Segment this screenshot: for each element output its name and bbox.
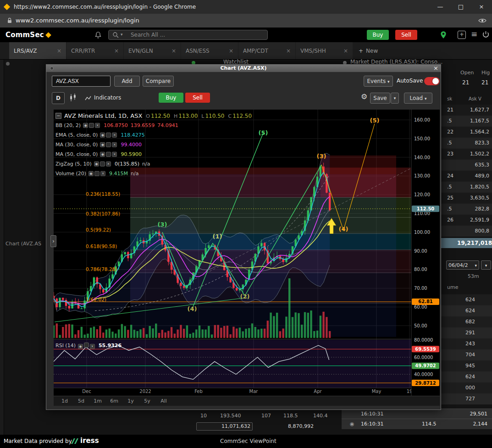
save-caret-button[interactable]: ▾ [391, 93, 399, 104]
visibility-icon[interactable] [106, 152, 111, 157]
depth-row[interactable]: 253,630,5 [441, 193, 492, 204]
add-widget-button[interactable]: + [458, 31, 466, 39]
close-icon[interactable]: × [106, 161, 111, 166]
rsi-legend-icons[interactable]: ◉× [78, 343, 96, 349]
quantity-row[interactable]: 682 [441, 316, 492, 327]
trade-row[interactable]: ◉ 16:10:31 114.5 2,144 [342, 419, 492, 429]
close-icon[interactable]: × [112, 133, 117, 138]
visibility-icon[interactable] [84, 343, 89, 348]
settings-icon[interactable]: ◉ [100, 133, 105, 138]
tab-AMP/CDT[interactable]: AMP/CDT× [238, 42, 295, 59]
depth-row[interactable]: .5823,3 [441, 138, 492, 149]
date-select[interactable]: 06/04/2 ▾ [446, 260, 479, 270]
close-icon[interactable]: × [112, 152, 117, 157]
visibility-icon[interactable] [94, 171, 100, 176]
close-icon[interactable]: × [95, 123, 100, 128]
quantity-row[interactable]: 291 [441, 327, 492, 338]
close-icon[interactable]: × [90, 344, 95, 349]
depth-row[interactable]: 800,8 [441, 226, 492, 237]
settings-icon[interactable]: ◉ [94, 161, 99, 166]
autosave-toggle[interactable] [424, 77, 440, 85]
depth-row[interactable]: .51,167,5 [441, 116, 492, 127]
new-tab-button[interactable]: + New [353, 42, 383, 59]
chart-window[interactable]: Chart (AVZ.ASX) × Add Compare Events ▾ A… [46, 64, 441, 410]
indicator-row[interactable]: ZigZag (5, 10)◉×0(135.85)n/a [55, 159, 252, 169]
trade-row[interactable]: 16:10:31 29,501 [342, 409, 492, 419]
location-pin-icon[interactable] [439, 30, 448, 40]
tab-close-icon[interactable]: × [114, 48, 119, 54]
indicator-row[interactable]: MA (30, close, 0)◉×99.4000 [55, 140, 252, 149]
close-icon[interactable]: × [100, 171, 105, 176]
timeframe-1y[interactable]: 1y [122, 398, 139, 404]
depth-row[interactable]: 211,627,7 [441, 105, 492, 116]
indicator-row[interactable]: BB (20, 2)◉×106.8750139.655974.0941 [55, 121, 252, 130]
chart-buy-button[interactable]: Buy [159, 93, 183, 103]
indicator-row[interactable]: EMA (5, close, 0)◉×118.4275 [55, 130, 252, 140]
visibility-icon[interactable] [106, 142, 111, 147]
chart-window-close-icon[interactable]: × [433, 65, 438, 72]
menu-icon[interactable]: ≡ [471, 29, 477, 39]
interval-button[interactable]: D [52, 92, 65, 104]
maximize-button[interactable]: □ [454, 3, 468, 11]
add-button[interactable]: Add [114, 76, 140, 87]
depth-row[interactable]: .5282,8 [441, 204, 492, 215]
window-handle-icon[interactable] [50, 66, 54, 70]
tab-EVN/GLN[interactable]: EVN/GLN× [124, 42, 181, 59]
timeframe-6m[interactable]: 6m [106, 398, 122, 404]
tab-VMS/SHH[interactable]: VMS/SHH× [296, 42, 353, 59]
search-caret-icon[interactable]: ▾ [121, 32, 123, 37]
notifications-bell-icon[interactable] [94, 31, 102, 39]
settings-icon[interactable]: ◉ [78, 344, 83, 349]
buy-button[interactable]: Buy [367, 30, 389, 40]
tab-ASN/ESS[interactable]: ASN/ESS× [181, 42, 238, 59]
close-icon[interactable]: × [112, 142, 117, 147]
load-dropdown[interactable]: Load ▾ [404, 93, 432, 104]
quantity-row[interactable]: 000 [441, 382, 492, 393]
timeframe-1m[interactable]: 1m [89, 398, 106, 404]
sell-button[interactable]: Sell [395, 30, 417, 40]
address-bar[interactable]: www2.commsec.com.au/iressplugin/login [0, 14, 492, 28]
timeframe-1d[interactable]: 1d [56, 398, 73, 404]
secondary-select[interactable]: ▾ [481, 260, 491, 270]
rsi-legend-row[interactable]: RSI (14) ◉× 55.9326 [55, 341, 122, 350]
tab-close-icon[interactable]: × [229, 48, 233, 54]
indicator-row[interactable]: Volume (20)◉×9.415Mn/a [55, 169, 252, 178]
search-placeholder[interactable]: Search All ... [131, 32, 165, 38]
quantity-row[interactable]: 243 [441, 338, 492, 349]
depth-row[interactable]: 24489,0 [441, 171, 492, 182]
settings-icon[interactable]: ◉ [88, 171, 94, 176]
docked-chart-label[interactable]: Chart (AVZ.AS [6, 241, 41, 247]
symbol-legend-row[interactable]: − AVZ Minerals Ltd, 1D, ASX O112.50H113.… [55, 111, 252, 121]
quantity-row[interactable]: 624 [441, 371, 492, 382]
tab-LRS/AVZ[interactable]: LRS/AVZ× [9, 42, 66, 59]
events-dropdown[interactable]: Events ▾ [364, 76, 393, 87]
quantity-row[interactable]: 727 [441, 393, 492, 404]
visibility-icon[interactable] [106, 133, 111, 138]
tab-close-icon[interactable]: × [343, 48, 348, 54]
tab-CRR/RTR[interactable]: CRR/RTR× [66, 42, 123, 59]
close-button[interactable]: × [475, 3, 488, 11]
settings-icon[interactable]: ◉ [100, 152, 105, 157]
collapse-icon[interactable]: − [55, 113, 61, 119]
visibility-icon[interactable] [89, 123, 94, 128]
tab-close-icon[interactable]: × [171, 48, 176, 54]
tab-close-icon[interactable]: × [57, 48, 61, 54]
power-icon[interactable] [482, 31, 490, 39]
timeframe-All[interactable]: All [155, 398, 172, 404]
save-button[interactable]: Save [370, 93, 390, 104]
indicator-row[interactable]: MA (50, close, 0)◉×90.5900 [55, 149, 252, 159]
candlestick-style-icon[interactable] [69, 94, 77, 102]
url-text[interactable]: www2.commsec.com.au/iressplugin/login [16, 17, 139, 24]
depth-row[interactable]: 231,502,2 [441, 149, 492, 160]
quantity-row[interactable]: 624 [441, 305, 492, 316]
quantity-row[interactable]: 704 [441, 349, 492, 360]
settings-icon[interactable]: ◉ [83, 123, 88, 128]
indicators-button[interactable]: Indicators [94, 94, 121, 101]
minimize-button[interactable]: — [433, 3, 447, 11]
timeframe-5y[interactable]: 5y [139, 398, 155, 404]
panel-expand-handle[interactable]: › [50, 235, 56, 247]
quantity-row[interactable]: 624 [441, 294, 492, 305]
depth-row[interactable]: 635,3 [441, 160, 492, 171]
tab-close-icon[interactable]: × [286, 48, 291, 54]
visibility-icon[interactable] [100, 161, 105, 166]
